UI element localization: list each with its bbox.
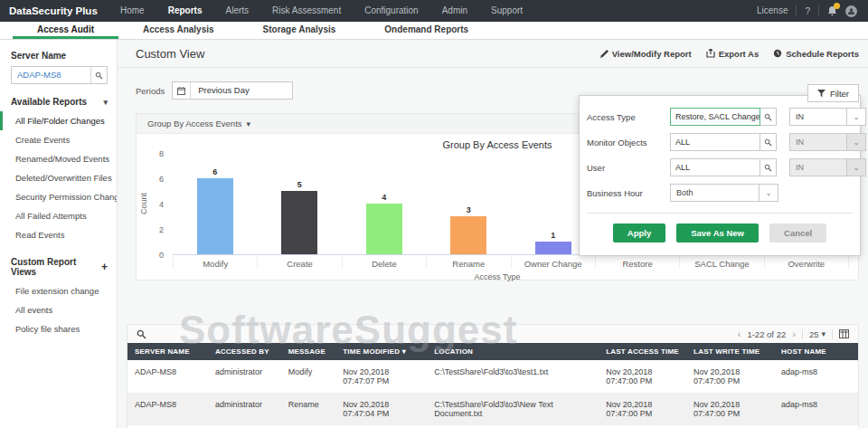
table-cell: Nov 20,2018 07:47:00 PM [599,393,686,425]
monitor-objects-input[interactable]: ALL [670,133,760,151]
tab-access-analysis[interactable]: Access Analysis [118,22,239,39]
table-row[interactable]: ADAP-MS8administratorModifyNov 20,2018 0… [127,360,858,393]
server-name-input[interactable]: ADAP-MS8 [11,66,108,84]
user-input[interactable]: ALL [670,158,760,176]
report-item-deleted-overwritten-files[interactable]: Deleted/Overwritten Files [0,168,117,187]
bar-value-label: 6 [212,167,217,176]
tab-access-audit[interactable]: Access Audit [13,22,118,39]
filter-button[interactable]: Filter [807,84,859,102]
topnav-right: License ? [757,0,868,22]
help-icon[interactable]: ? [805,6,810,16]
report-item-create-events[interactable]: Create Events [0,130,117,149]
chevron-down-icon: ⌄ [846,134,865,150]
report-item-renamed-moved-events[interactable]: Renamed/Moved Events [0,149,117,168]
nav-item-configuration[interactable]: Configuration [353,0,429,22]
access-type-operator-select[interactable]: IN ⌄ [789,108,866,126]
custom-view-file-extension-change[interactable]: File extension change [0,281,117,300]
divider [802,329,803,339]
column-header-server-name[interactable]: SERVER NAME [127,343,208,360]
save-as-new-button[interactable]: Save As New [676,224,759,243]
table-toolbar: ‹ 1-22 of 22 › 25 ▾ [127,325,858,343]
nav-item-alerts[interactable]: Alerts [213,0,260,22]
server-lookup-icon[interactable] [90,67,107,83]
tab-storage-analysis[interactable]: Storage Analysis [239,22,361,39]
module-tabbar: Access Audit Access Analysis Storage Ana… [0,22,868,40]
x-tick-label: Modify [173,255,258,269]
period-selector[interactable]: Previous Day [172,81,293,100]
server-name-value: ADAP-MS8 [12,67,90,83]
app-logo-text: DataSecurity Plus [9,5,98,16]
x-axis-labels: ModifyCreateDeleteRenameOwner ChangeRest… [173,255,849,269]
nav-item-support[interactable]: Support [479,0,534,22]
custom-report-views-label: Custom Report Views [11,257,101,277]
y-tick-label: 2 [159,225,164,234]
y-axis-ticks: 86420 [137,154,167,255]
bar-owner-change[interactable] [535,242,571,254]
bar-modify[interactable] [197,178,233,254]
page-size-select[interactable]: 25 ▾ [809,329,826,339]
monitor-objects-picker-icon[interactable] [760,133,777,151]
filter-label-access-type: Access Type [587,112,670,122]
custom-views-list: File extension change All events Policy … [0,281,117,338]
column-header-location[interactable]: LOCATION [427,343,599,360]
nav-item-home[interactable]: Home [108,0,156,22]
custom-view-all-events[interactable]: All events [0,300,117,319]
top-menu: Home Reports Alerts Risk Assessment Conf… [108,0,534,22]
table-cell: Nov 20,2018 07:47:00 PM [599,360,686,393]
column-chooser-icon[interactable] [839,329,849,338]
server-name-label: Server Name [11,51,108,61]
next-page-button[interactable]: › [792,328,796,339]
report-item-all-failed-attempts[interactable]: All Failed Attempts [0,206,117,225]
user-picker-icon[interactable] [760,158,777,176]
column-header-message[interactable]: MESSAGE [281,343,336,360]
user-avatar-icon[interactable] [845,5,857,17]
column-header-accessed-by[interactable]: ACCESSED BY [208,343,281,360]
y-tick-label: 4 [159,200,164,209]
report-table: SERVER NAME ACCESSED BY MESSAGE TIME MOD… [127,343,858,428]
access-type-input[interactable]: Restore, SACL Change, Owner Ch [670,108,760,126]
bar-rename[interactable] [450,216,486,254]
table-cell: C:\TestShare\Fold3\to3\test1.txt [427,360,599,393]
business-hour-select[interactable]: Both ⌄ [670,184,778,202]
bar-create[interactable] [281,191,317,254]
custom-view-policy-file-shares[interactable]: Policy file shares [0,319,117,338]
available-reports-header: Available Reports ▾ [11,97,108,107]
report-item-security-permission-changes[interactable]: Security Permission Changes [0,187,117,206]
chevron-down-icon: ⌄ [759,185,778,201]
tab-ondemand-reports[interactable]: Ondemand Reports [360,22,493,39]
license-link[interactable]: License [757,0,788,22]
table-row[interactable]: ADAP-MS8administratorRenameNov 20,2018 0… [127,393,858,425]
column-header-time-modified[interactable]: TIME MODIFIED ▾ [335,343,427,360]
search-icon[interactable] [137,329,146,339]
export-as-button[interactable]: Export As [706,49,760,59]
bar-value-label: 4 [382,193,386,202]
app-logo[interactable]: DataSecurity Plus [0,5,108,17]
report-item-read-events[interactable]: Read Events [0,225,117,244]
nav-item-risk-assessment[interactable]: Risk Assessment [260,0,353,22]
notifications-bell-icon[interactable] [827,5,837,16]
schedule-reports-button[interactable]: Schedule Reports [773,49,859,59]
available-reports-label: Available Reports [11,97,87,107]
add-custom-view-icon[interactable]: + [101,261,108,273]
report-item-all-file-folder-changes[interactable]: All File/Folder Changes [0,111,117,130]
table-body: ADAP-MS8administratorModifyNov 20,2018 0… [127,360,858,428]
table-cell: administrator [208,393,281,425]
periods-label: Periods [136,86,165,96]
apply-button[interactable]: Apply [613,224,665,243]
calendar-icon [173,82,191,99]
column-header-host-name[interactable]: HOST NAME [774,343,858,360]
bar-delete[interactable] [366,204,402,254]
chevron-down-icon[interactable]: ▾ [103,98,108,107]
column-header-last-write-time[interactable]: LAST WRITE TIME [686,343,774,360]
prev-page-button[interactable]: ‹ [738,328,741,339]
filter-label-business-hour: Business Hour [587,188,670,198]
cancel-button[interactable]: Cancel [769,224,826,243]
divider [796,5,797,16]
access-type-picker-icon[interactable] [760,108,777,126]
monitor-objects-operator-select: IN ⌄ [789,133,866,151]
filter-label-user: User [587,163,670,173]
column-header-last-access-time[interactable]: LAST ACCESS TIME [599,343,686,360]
nav-item-admin[interactable]: Admin [430,0,479,22]
view-modify-report-button[interactable]: View/Modify Report [600,49,692,59]
nav-item-reports[interactable]: Reports [156,0,214,22]
